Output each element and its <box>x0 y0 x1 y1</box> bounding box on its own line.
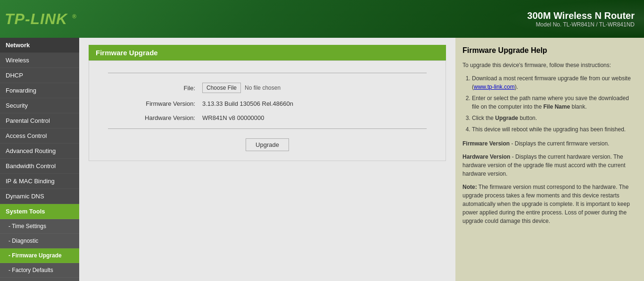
sidebar-item-factory-defaults[interactable]: - Factory Defaults <box>0 263 79 278</box>
help-steps: Download a most recent firmware upgrade … <box>472 74 637 134</box>
note-label: Note: <box>462 184 477 190</box>
help-intro: To upgrade this device's firmware, follo… <box>462 61 637 69</box>
sidebar-item-access-control[interactable]: Access Control <box>0 128 79 144</box>
help-step-4: This device will reboot while the upgrad… <box>472 125 637 134</box>
firmware-version-term: Firmware Version <box>462 140 510 147</box>
sidebar-item-advanced-routing[interactable]: Advanced Routing <box>0 144 79 159</box>
file-input-row: Choose File No file chosen <box>202 83 281 93</box>
sidebar-item-firmware-upgrade[interactable]: - Firmware Upgrade <box>0 248 79 263</box>
bottom-divider <box>108 128 427 129</box>
hardware-version-label: Hardware Version: <box>108 114 202 121</box>
sidebar-item-bandwidth-control[interactable]: Bandwidth Control <box>0 159 79 174</box>
hardware-version-row: Hardware Version: WR841N v8 00000000 <box>108 114 427 121</box>
form-area: File: Choose File No file chosen Firmwar… <box>89 61 446 161</box>
page-title: Firmware Upgrade <box>89 45 446 60</box>
sidebar-item-network[interactable]: Network <box>0 38 79 53</box>
tp-link-url[interactable]: www.tp-link.com <box>474 84 515 90</box>
header: TP-LINK ® 300M Wireless N Router Model N… <box>0 0 644 38</box>
sidebar-item-system-tools[interactable]: System Tools <box>0 204 79 219</box>
layout: Network Wireless DHCP Forwarding Securit… <box>0 38 644 281</box>
router-info: 300M Wireless N Router Model No. TL-WR84… <box>527 10 635 28</box>
sidebar-item-security[interactable]: Security <box>0 98 79 113</box>
firmware-version-label: Firmware Version: <box>108 100 202 107</box>
file-name-term: File Name <box>543 103 570 110</box>
sidebar-item-dynamic-dns[interactable]: Dynamic DNS <box>0 189 79 204</box>
sidebar: Network Wireless DHCP Forwarding Securit… <box>0 38 79 281</box>
help-step-3: Click the Upgrade button. <box>472 114 637 122</box>
upgrade-button-row: Upgrade <box>108 138 427 151</box>
no-file-text: No file chosen <box>245 85 281 91</box>
firmware-version-row: Firmware Version: 3.13.33 Build 130506 R… <box>108 100 427 107</box>
sidebar-item-parental-control[interactable]: Parental Control <box>0 113 79 128</box>
sidebar-item-wireless[interactable]: Wireless <box>0 53 79 68</box>
sidebar-item-time-settings[interactable]: - Time Settings <box>0 219 79 234</box>
hardware-version-value: WR841N v8 00000000 <box>202 114 264 121</box>
content-area: Firmware Upgrade File: Choose File No fi… <box>79 38 455 281</box>
product-name: 300M Wireless N Router <box>527 10 635 21</box>
file-row: File: Choose File No file chosen <box>108 83 427 93</box>
logo-text: TP-LINK <box>5 10 67 27</box>
sidebar-item-backup-restore[interactable]: - Backup & Restore <box>0 278 79 281</box>
content-box: File: Choose File No file chosen Firmwar… <box>89 60 446 161</box>
note-desc: The firmware version must correspond to … <box>462 184 630 224</box>
main-content: Firmware Upgrade File: Choose File No fi… <box>79 38 455 281</box>
hardware-version-term: Hardware Version <box>462 153 510 160</box>
firmware-version-desc: - Displays the current firmware version. <box>511 140 609 147</box>
sidebar-item-dhcp[interactable]: DHCP <box>0 68 79 83</box>
sidebar-item-forwarding[interactable]: Forwarding <box>0 83 79 98</box>
logo: TP-LINK ® <box>5 10 77 28</box>
sidebar-item-ip-mac-binding[interactable]: IP & MAC Binding <box>0 174 79 189</box>
help-panel: Firmware Upgrade Help To upgrade this de… <box>455 38 644 281</box>
choose-file-button[interactable]: Choose File <box>202 83 241 93</box>
top-divider <box>108 73 427 73</box>
help-step-2: Enter or select the path name where you … <box>472 94 637 111</box>
help-step-1: Download a most recent firmware upgrade … <box>472 74 637 91</box>
help-title: Firmware Upgrade Help <box>462 45 637 56</box>
model-number: Model No. TL-WR841N / TL-WR841ND <box>527 21 635 28</box>
file-label: File: <box>108 85 202 92</box>
help-firmware-version-section: Firmware Version - Displays the current … <box>462 139 637 148</box>
upgrade-button[interactable]: Upgrade <box>246 138 289 151</box>
firmware-version-value: 3.13.33 Build 130506 Rel.48660n <box>202 100 293 107</box>
sidebar-item-diagnostic[interactable]: - Diagnostic <box>0 234 79 248</box>
help-hardware-version-section: Hardware Version - Displays the current … <box>462 153 637 178</box>
upgrade-term: Upgrade <box>495 115 518 121</box>
help-note-section: Note: The firmware version must correspo… <box>462 183 637 225</box>
